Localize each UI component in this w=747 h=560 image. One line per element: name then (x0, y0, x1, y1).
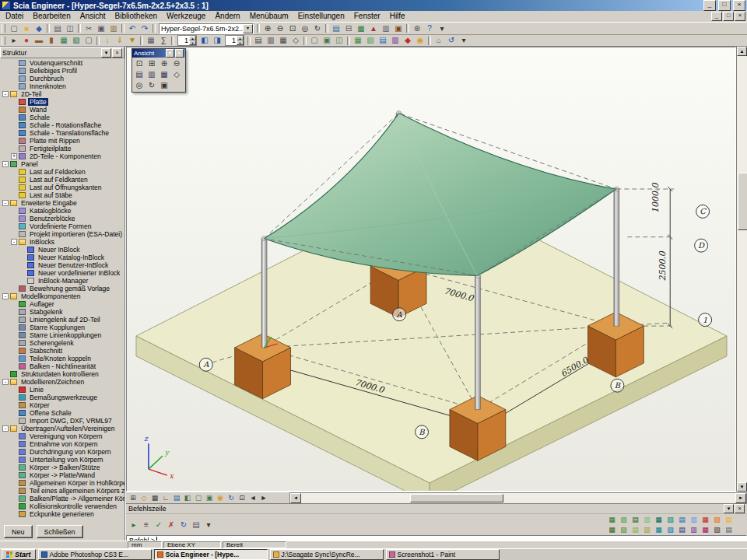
tree-expander-icon[interactable]: - (2, 200, 9, 206)
tree-item-fertigteilplatte[interactable]: Fertigteilplatte (0, 145, 124, 152)
light-button[interactable]: ◉ (215, 493, 226, 502)
view-z-button[interactable]: ▦ (277, 36, 289, 46)
view-x-button[interactable]: ▤ (252, 36, 265, 46)
point-load-button[interactable]: ↓ (101, 36, 114, 46)
view-palette-dropdown-icon[interactable]: ▾ (166, 49, 174, 58)
toolbar-more-button[interactable]: ▾ (436, 23, 448, 33)
menu-bibliotheken[interactable]: Bibliotheken (110, 11, 162, 22)
opening-tool-button[interactable]: ▢ (82, 36, 95, 46)
tree-item-platte[interactable]: Platte (0, 98, 124, 106)
tool-blue-button[interactable]: ▤ (377, 36, 389, 46)
tree-item-2d-teil[interactable]: -2D-Teil (0, 90, 124, 98)
activity-a-button[interactable]: ◧ (198, 36, 211, 46)
history-button[interactable]: ▤ (190, 520, 202, 530)
command-palette-icon-0-0[interactable]: ▦ (606, 514, 618, 524)
zoom-in-button[interactable]: ⊕ (261, 23, 274, 33)
previous-view-button[interactable]: ◄ (247, 493, 258, 502)
tool-green-1-button[interactable]: ▦ (352, 36, 364, 46)
command-palette-icon-1-9[interactable]: ▧ (711, 524, 723, 534)
zoom-all-button[interactable]: ⊡ (133, 58, 146, 68)
cancel-button[interactable]: ✗ (165, 520, 177, 530)
tree-item-durchdringung-von-k-rpern[interactable]: Durchdringung von Körpern (0, 448, 124, 456)
orbit-view-button[interactable]: ↻ (146, 80, 158, 90)
tree-item-unterteilung-von-k-rpern[interactable]: Unterteilung von Körpern (0, 456, 124, 464)
tree-item-liniengelenk-auf-2d-teil[interactable]: Liniengelenk auf 2D-Teil (0, 316, 124, 324)
menu-men-baum[interactable]: Menübaum (245, 11, 293, 22)
tree-item-offene-schale[interactable]: Offene Schale (0, 409, 124, 417)
zoom-out-button[interactable]: ⊖ (274, 23, 286, 33)
help-button[interactable]: ? (423, 23, 436, 33)
beam-tool-button[interactable]: ▬ (33, 36, 45, 46)
task-j-seagate-sync-syncre[interactable]: J:\Seagate Sync\SyncRe... (270, 549, 384, 560)
new-project-button[interactable]: ▢ (8, 23, 20, 33)
view-y-button[interactable]: ▥ (265, 36, 277, 46)
command-palette-icon-0-9[interactable]: ▧ (711, 514, 723, 524)
command-palette-icon-1-10[interactable]: ▤ (723, 524, 735, 534)
tree-item-voutenquerschnitt[interactable]: Voutenquerschnitt (0, 59, 124, 67)
surface-load-button[interactable]: ▼ (126, 36, 139, 46)
scroll-down-icon[interactable]: ▼ (737, 482, 747, 492)
tree-item-durchbruch[interactable]: Durchbruch (0, 75, 124, 82)
tree-item-neuer-benutzer-inblock[interactable]: Neuer Benutzer-InBlock (0, 261, 124, 269)
column-tool-button[interactable]: ▮ (45, 36, 58, 46)
layers-view-button[interactable]: ▤ (171, 493, 182, 502)
close-panel-button[interactable]: Schließen (37, 525, 83, 538)
viewport-canvas[interactable]: 7000.07000.06500.01000.02500.0 AABBCD1 x… (126, 47, 736, 492)
tree-item-neuer-inblock[interactable]: Neuer InBlock (0, 246, 124, 254)
tree-item-beliebiges-profil[interactable]: Beliebiges Profil (0, 67, 124, 75)
cut-button[interactable]: ✂ (82, 23, 95, 33)
tree-item-innenknoten[interactable]: Innenknoten (0, 82, 124, 90)
print-view-button[interactable]: ▣ (158, 80, 170, 90)
home-view-button[interactable]: ⌂ (433, 36, 445, 46)
zoom-window-button[interactable]: ⊞ (146, 58, 158, 68)
confirm-button[interactable]: ✓ (153, 520, 165, 530)
save-project-button[interactable]: ◆ (33, 23, 45, 33)
tree-item-inblocks[interactable]: -InBlocks (0, 238, 124, 246)
menu-werkzeuge[interactable]: Werkzeuge (162, 11, 210, 22)
post-right[interactable] (614, 187, 619, 326)
coordinates-button[interactable]: ⊞ (128, 493, 139, 502)
activity-b-button[interactable]: ◨ (211, 36, 223, 46)
menu-hilfe[interactable]: Hilfe (385, 11, 410, 22)
render-transparent-button[interactable]: ◫ (333, 36, 345, 46)
tree-item-modellkomponenten[interactable]: -Modellkomponenten (0, 292, 124, 300)
restore-button[interactable]: □ (718, 0, 731, 11)
node-tool-button[interactable]: ● (20, 36, 33, 46)
task-screenshot1-paint[interactable]: Screenshot1 - Paint (386, 549, 500, 560)
tree-item-teil-eines-allgemeinen-k-rpers-zu[interactable]: Teil eines allgemeinen Körpers zu (0, 487, 124, 495)
command-palette-icon-1-4[interactable]: ▦ (653, 524, 665, 534)
tree-item-import-dwg-dxf-vrml97[interactable]: Import DWG, DXF, VRML97 (0, 417, 124, 425)
render-solid-button[interactable]: ▣ (321, 36, 333, 46)
command-palette-icon-0-6[interactable]: ▤ (676, 514, 688, 524)
ortho-button[interactable]: ∟ (160, 493, 171, 502)
settings-button[interactable]: ⊛ (411, 23, 423, 33)
pan-button[interactable]: ◎ (299, 23, 311, 33)
task-adobe-photoshop-cs3-e[interactable]: Adobe Photoshop CS3 E... (38, 549, 152, 560)
render-mode-button[interactable]: ◧ (182, 493, 193, 502)
vertical-scroll-track[interactable] (737, 56, 747, 482)
tree-item-platte-mit-rippen[interactable]: Platte mit Rippen (0, 137, 124, 145)
post-left[interactable] (261, 236, 267, 348)
tree-item-benutzerbl-cke[interactable]: Benutzerblöcke (0, 215, 124, 222)
mesh-button[interactable]: ▦ (145, 36, 157, 46)
refresh-button[interactable]: ↺ (445, 36, 458, 46)
minimize-button[interactable]: _ (703, 0, 716, 11)
results-table-button[interactable]: ▦ (355, 23, 367, 33)
mdi-close-button[interactable]: × (735, 12, 745, 21)
close-button[interactable]: × (733, 0, 745, 11)
command-palette-icon-1-5[interactable]: ▧ (665, 524, 676, 534)
tree-item-schale-rotationsfl-che[interactable]: Schale - Rotationsfläche (0, 121, 124, 129)
post-front[interactable] (475, 273, 480, 409)
menu-ndern[interactable]: Ändern (210, 11, 244, 22)
tree-expander-icon[interactable]: - (11, 239, 17, 245)
tree-expander-icon[interactable]: - (2, 161, 9, 167)
tree-item-kollisionskontrolle-verwenden[interactable]: Kollisionskontrolle verwenden (0, 502, 124, 510)
tool-yellow-button[interactable]: ◉ (414, 36, 426, 46)
command-palette-icon-0-1[interactable]: ▧ (618, 514, 630, 524)
mdi-minimize-button[interactable]: _ (711, 12, 722, 21)
menu-einstellungen[interactable]: Einstellungen (293, 11, 349, 22)
menu-fenster[interactable]: Fenster (349, 11, 385, 22)
layer-spinner[interactable]: 1▲▼ (225, 35, 244, 46)
view-side-button[interactable]: ▦ (158, 69, 170, 79)
tool-red-button[interactable]: ◆ (402, 36, 414, 46)
